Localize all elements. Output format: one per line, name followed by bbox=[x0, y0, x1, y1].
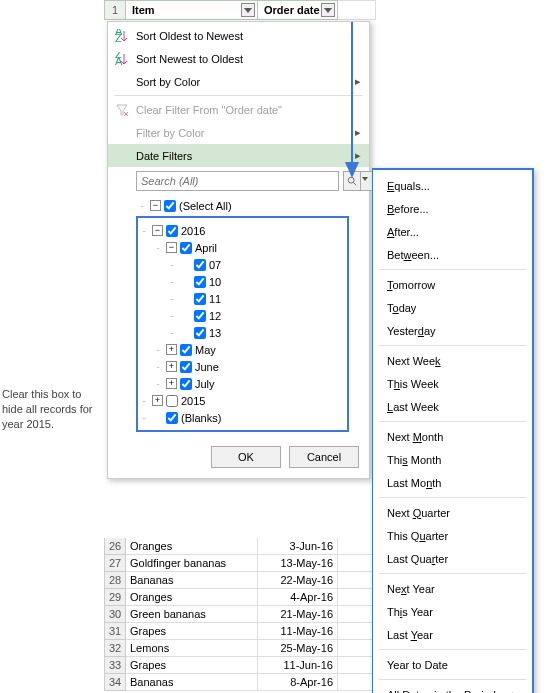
filter-dropdown-icon[interactable] bbox=[321, 3, 335, 17]
search-row bbox=[108, 167, 369, 195]
search-input[interactable] bbox=[136, 171, 339, 191]
grid-rows: 26Oranges3-Jun-16 27Goldfinger bananas13… bbox=[104, 538, 376, 691]
table-row[interactable]: 30Green bananas21-May-16 bbox=[104, 606, 376, 623]
ok-button[interactable]: OK bbox=[211, 446, 281, 468]
column-headers: 1 Item Order date bbox=[104, 0, 376, 20]
tree-node-day[interactable]: ··12 bbox=[142, 307, 343, 324]
filter-this-quarter[interactable]: This Quarter bbox=[373, 524, 532, 547]
sort-newest-oldest[interactable]: ZA Sort Newest to Oldest bbox=[108, 47, 369, 70]
tree-node-june[interactable]: ··+June bbox=[142, 358, 343, 375]
filter-menu: AZ Sort Oldest to Newest ZA Sort Newest … bbox=[107, 21, 370, 479]
tree-select-all[interactable]: ··−(Select All) bbox=[140, 197, 365, 214]
clear-filter: Clear Filter From "Order date" bbox=[108, 98, 369, 121]
filter-between[interactable]: Between... bbox=[373, 243, 532, 266]
table-row[interactable]: 28Bananas22-May-16 bbox=[104, 572, 376, 589]
annotation-text: Clear this box to hide all records for y… bbox=[2, 387, 102, 432]
filter-this-year[interactable]: This Year bbox=[373, 600, 532, 623]
table-row[interactable]: 32Lemons25-May-16 bbox=[104, 640, 376, 657]
svg-text:A: A bbox=[115, 55, 123, 66]
filter-this-month[interactable]: This Month bbox=[373, 448, 532, 471]
filter-after[interactable]: After... bbox=[373, 220, 532, 243]
chevron-right-icon: ▸ bbox=[355, 149, 361, 162]
filter-last-week[interactable]: Last Week bbox=[373, 395, 532, 418]
cancel-button[interactable]: Cancel bbox=[289, 446, 359, 468]
filter-before[interactable]: Before... bbox=[373, 197, 532, 220]
checkbox[interactable] bbox=[164, 200, 176, 212]
column-orderdate[interactable]: Order date bbox=[258, 0, 338, 20]
filter-next-week[interactable]: Next Week bbox=[373, 349, 532, 372]
tree-node-2016[interactable]: ··−2016 bbox=[142, 222, 343, 239]
tree-node-day[interactable]: ··13 bbox=[142, 324, 343, 341]
filter-yesterday[interactable]: Yesterday bbox=[373, 319, 532, 342]
date-filters[interactable]: Date Filters ▸ bbox=[108, 144, 369, 167]
chevron-right-icon: ▸ bbox=[355, 75, 361, 88]
table-row[interactable]: 33Grapes11-Jun-16 bbox=[104, 657, 376, 674]
tree-node-day[interactable]: ··10 bbox=[142, 273, 343, 290]
column-item[interactable]: Item bbox=[126, 0, 258, 20]
table-row[interactable]: 26Oranges3-Jun-16 bbox=[104, 538, 376, 555]
filter-next-month[interactable]: Next Month bbox=[373, 425, 532, 448]
filter-tomorrow[interactable]: Tomorrow bbox=[373, 273, 532, 296]
sort-oldest-newest[interactable]: AZ Sort Oldest to Newest bbox=[108, 24, 369, 47]
tree-node-july[interactable]: ··+July bbox=[142, 375, 343, 392]
tree-node-april[interactable]: ··−April bbox=[142, 239, 343, 256]
svg-text:Z: Z bbox=[115, 32, 122, 43]
tree-highlight-box: ··−2016 ··−April ··07 ··10 ··11 ··12 ··1… bbox=[136, 216, 349, 432]
svg-point-4 bbox=[348, 177, 354, 183]
filter-this-week[interactable]: This Week bbox=[373, 372, 532, 395]
clear-filter-icon bbox=[114, 102, 130, 118]
tree-node-may[interactable]: ··+May bbox=[142, 341, 343, 358]
search-icon bbox=[347, 176, 357, 186]
filter-tree: ··−2016 ··−April ··07 ··10 ··11 ··12 ··1… bbox=[138, 220, 347, 428]
filter-by-color: Filter by Color ▸ bbox=[108, 121, 369, 144]
tree-node-day[interactable]: ··07 bbox=[142, 256, 343, 273]
chevron-right-icon: ▸ bbox=[512, 688, 518, 693]
table-row[interactable]: 27Goldfinger bananas13-May-16 bbox=[104, 555, 376, 572]
table-row[interactable]: 31Grapes11-May-16 bbox=[104, 623, 376, 640]
table-row[interactable]: 34Bananas8-Apr-16 bbox=[104, 674, 376, 691]
sort-desc-icon: ZA bbox=[114, 51, 130, 67]
tree-node-blanks[interactable]: ··(Blanks) bbox=[142, 409, 343, 426]
sort-by-color[interactable]: Sort by Color ▸ bbox=[108, 70, 369, 93]
filter-next-year[interactable]: Next Year bbox=[373, 577, 532, 600]
date-filters-submenu: Equals... Before... After... Between... … bbox=[372, 168, 534, 693]
sort-asc-icon: AZ bbox=[114, 28, 130, 44]
row-number-header[interactable]: 1 bbox=[104, 0, 126, 20]
filter-today[interactable]: Today bbox=[373, 296, 532, 319]
filter-equals[interactable]: Equals... bbox=[373, 174, 532, 197]
column-orderdate-label: Order date bbox=[264, 4, 320, 16]
filter-dropdown-icon[interactable] bbox=[241, 3, 255, 17]
filter-next-quarter[interactable]: Next Quarter bbox=[373, 501, 532, 524]
filter-last-year[interactable]: Last Year bbox=[373, 623, 532, 646]
filter-all-dates-period[interactable]: All Dates in the Period▸ bbox=[373, 683, 532, 693]
tree-node-2015[interactable]: ··+2015 bbox=[142, 392, 343, 409]
column-item-label: Item bbox=[132, 4, 155, 16]
search-button[interactable] bbox=[343, 171, 361, 191]
chevron-right-icon: ▸ bbox=[355, 126, 361, 139]
filter-last-month[interactable]: Last Month bbox=[373, 471, 532, 494]
table-row[interactable]: 29Oranges4-Apr-16 bbox=[104, 589, 376, 606]
filter-year-to-date[interactable]: Year to Date bbox=[373, 653, 532, 676]
filter-last-quarter[interactable]: Last Quarter bbox=[373, 547, 532, 570]
tree-node-day[interactable]: ··11 bbox=[142, 290, 343, 307]
